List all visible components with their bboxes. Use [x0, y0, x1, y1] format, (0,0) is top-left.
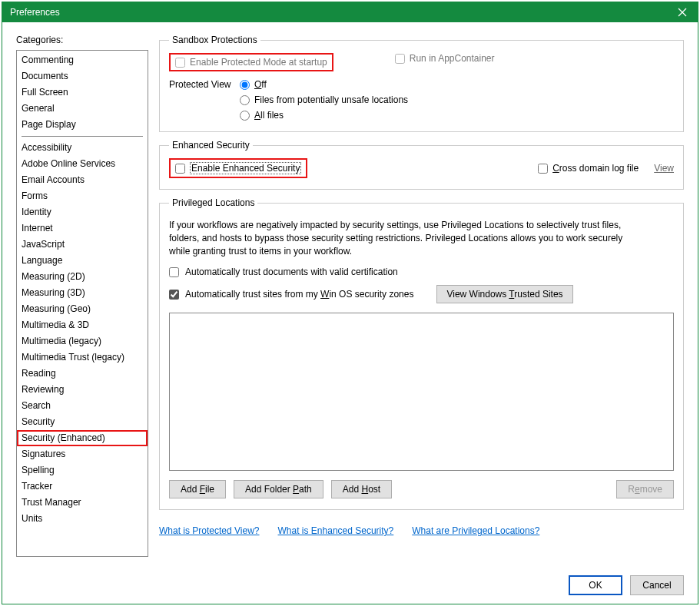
- auto-trust-sites-checkbox[interactable]: [169, 290, 179, 300]
- category-item[interactable]: Trust Manager: [17, 495, 148, 511]
- privileged-locations-listbox[interactable]: [169, 313, 674, 471]
- category-item[interactable]: Page Display: [17, 117, 148, 133]
- titlebar: Preferences: [2, 2, 698, 22]
- link-enhanced-security[interactable]: What is Enhanced Security?: [278, 525, 394, 536]
- category-item[interactable]: Identity: [17, 204, 148, 220]
- auto-trust-sites-label: Automatically trust sites from my Win OS…: [185, 289, 413, 300]
- add-folder-button[interactable]: Add Folder Path: [234, 480, 323, 498]
- category-item[interactable]: Units: [17, 511, 148, 527]
- category-item[interactable]: Search: [17, 398, 148, 414]
- view-trusted-sites-button[interactable]: View Windows Trusted Sites: [436, 285, 572, 303]
- remove-button: Remove: [616, 480, 674, 498]
- category-item[interactable]: General: [17, 101, 148, 117]
- category-item[interactable]: Measuring (Geo): [17, 301, 148, 317]
- category-item[interactable]: Spelling: [17, 462, 148, 479]
- pv-unsafe-label: Files from potentially unsafe locations: [254, 94, 408, 105]
- cancel-button[interactable]: Cancel: [630, 575, 684, 595]
- categories-listbox[interactable]: CommentingDocumentsFull ScreenGeneralPag…: [16, 50, 148, 557]
- pv-all-radio[interactable]: [240, 111, 250, 121]
- link-protected-view[interactable]: What is Protected View?: [159, 525, 260, 536]
- category-item[interactable]: Language: [17, 253, 148, 269]
- sandbox-legend: Sandbox Protections: [169, 35, 260, 45]
- category-item[interactable]: JavaScript: [17, 237, 148, 253]
- category-item[interactable]: Commenting: [17, 52, 148, 68]
- auto-trust-cert-label: Automatically trust documents with valid…: [185, 267, 398, 277]
- pv-unsafe-radio[interactable]: [240, 95, 250, 105]
- cross-domain-label: Cross domain log file: [552, 163, 639, 174]
- enable-protected-mode-checkbox[interactable]: [175, 58, 185, 68]
- privileged-legend: Privileged Locations: [169, 197, 257, 208]
- category-item[interactable]: Security (Enhanced): [17, 430, 148, 446]
- category-item[interactable]: Adobe Online Services: [17, 156, 148, 172]
- privileged-fieldset: Privileged Locations If your workflows a…: [159, 197, 684, 510]
- highlight-protected-mode: Enable Protected Mode at startup: [169, 53, 333, 71]
- category-item[interactable]: Measuring (3D): [17, 285, 148, 301]
- enable-protected-mode-label: Enable Protected Mode at startup: [190, 57, 327, 68]
- link-privileged-locations[interactable]: What are Privileged Locations?: [412, 525, 539, 536]
- category-item[interactable]: Multimedia & 3D: [17, 317, 148, 333]
- category-item[interactable]: Signatures: [17, 446, 148, 462]
- highlight-enhanced-security: Enable Enhanced Security: [169, 158, 307, 178]
- run-appcontainer-label: Run in AppContainer: [410, 53, 495, 64]
- category-item[interactable]: Email Accounts: [17, 172, 148, 188]
- category-item[interactable]: Measuring (2D): [17, 269, 148, 285]
- pv-off-radio[interactable]: [240, 80, 250, 90]
- category-item[interactable]: Documents: [17, 68, 148, 84]
- auto-trust-cert-checkbox[interactable]: [169, 267, 179, 277]
- cross-domain-checkbox[interactable]: [538, 164, 548, 174]
- add-host-button[interactable]: Add Host: [331, 480, 392, 498]
- run-appcontainer-checkbox[interactable]: [395, 54, 405, 64]
- enhanced-fieldset: Enhanced Security Enable Enhanced Securi…: [159, 140, 684, 190]
- view-link[interactable]: View: [654, 163, 674, 174]
- category-item[interactable]: Tracker: [17, 479, 148, 495]
- ok-button[interactable]: OK: [569, 575, 622, 595]
- enable-enhanced-security-checkbox[interactable]: [175, 164, 185, 174]
- sandbox-fieldset: Sandbox Protections Enable Protected Mod…: [159, 35, 684, 132]
- preferences-dialog: Preferences Categories: CommentingDocume…: [2, 2, 698, 604]
- window-title: Preferences: [10, 7, 60, 18]
- category-item[interactable]: Reading: [17, 366, 148, 382]
- categories-label: Categories:: [16, 35, 148, 45]
- category-item[interactable]: Accessibility: [17, 140, 148, 156]
- pv-all-label: All files: [254, 110, 284, 121]
- category-item[interactable]: Multimedia Trust (legacy): [17, 349, 148, 366]
- enhanced-legend: Enhanced Security: [169, 140, 253, 151]
- category-item[interactable]: Reviewing: [17, 382, 148, 398]
- protected-view-label: Protected View: [169, 79, 240, 90]
- enable-enhanced-security-label: Enable Enhanced Security: [190, 162, 301, 174]
- category-item[interactable]: Forms: [17, 188, 148, 204]
- add-file-button[interactable]: Add File: [169, 480, 226, 498]
- close-button[interactable]: [667, 2, 698, 22]
- category-item[interactable]: Full Screen: [17, 84, 148, 101]
- category-item[interactable]: Multimedia (legacy): [17, 333, 148, 349]
- privileged-description: If your workflows are negatively impacte…: [169, 219, 638, 257]
- category-item[interactable]: Internet: [17, 220, 148, 237]
- category-item[interactable]: Security: [17, 414, 148, 430]
- pv-off-label: Off: [254, 79, 267, 90]
- close-icon: [678, 8, 687, 17]
